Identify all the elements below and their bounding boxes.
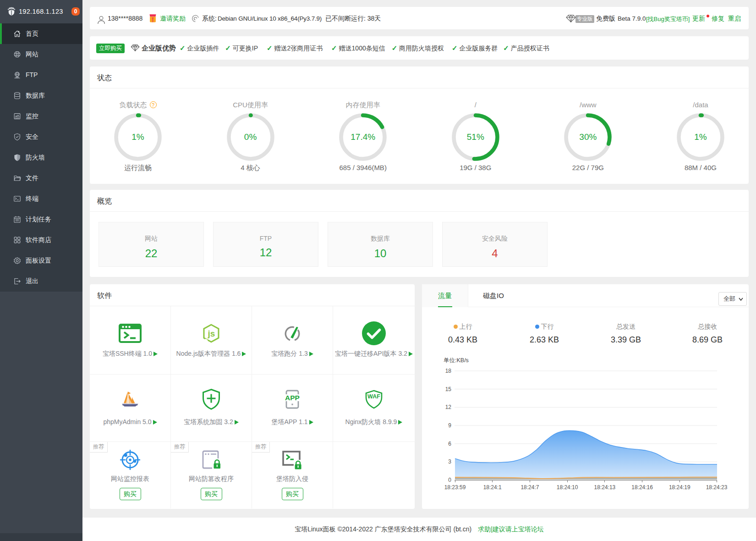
svg-text:0: 0 (448, 477, 451, 483)
svg-text:APP: APP (285, 394, 300, 402)
svg-text:18:24:7: 18:24:7 (520, 484, 539, 491)
svg-text:9: 9 (448, 422, 451, 429)
svg-text:15: 15 (445, 386, 452, 392)
svg-text:18:24:10: 18:24:10 (557, 484, 578, 491)
svg-text:18:24:19: 18:24:19 (669, 484, 690, 491)
svg-text:18:24:13: 18:24:13 (594, 484, 616, 491)
svg-text:3: 3 (448, 458, 451, 465)
svg-text:6: 6 (448, 441, 451, 447)
svg-text:18:24:16: 18:24:16 (631, 484, 653, 491)
svg-text:js: js (208, 329, 215, 338)
svg-text:单位:KB/s: 单位:KB/s (444, 357, 469, 364)
svg-text:18: 18 (445, 368, 452, 374)
svg-text:12: 12 (445, 404, 452, 410)
svg-text:18:24:23: 18:24:23 (706, 484, 728, 491)
svg-text:WAF: WAF (367, 393, 380, 400)
svg-text:18:24:1: 18:24:1 (483, 484, 502, 491)
svg-text:18:23:59: 18:23:59 (444, 484, 466, 491)
